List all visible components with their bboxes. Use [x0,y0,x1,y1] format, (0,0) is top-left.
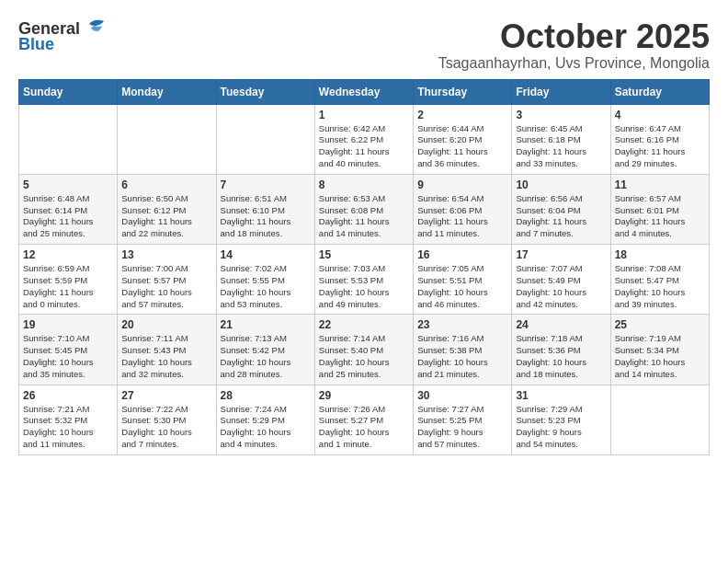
cell-daylight-info: Sunrise: 6:53 AM Sunset: 6:08 PM Dayligh… [319,193,409,240]
calendar-cell: 5Sunrise: 6:48 AM Sunset: 6:14 PM Daylig… [19,174,118,244]
cell-daylight-info: Sunrise: 6:50 AM Sunset: 6:12 PM Dayligh… [121,193,211,240]
calendar-cell: 8Sunrise: 6:53 AM Sunset: 6:08 PM Daylig… [314,174,413,244]
cell-daylight-info: Sunrise: 6:54 AM Sunset: 6:06 PM Dayligh… [417,193,507,240]
day-of-week-header: Tuesday [216,79,314,104]
cell-daylight-info: Sunrise: 7:05 AM Sunset: 5:51 PM Dayligh… [417,263,507,310]
day-number: 6 [121,178,211,191]
calendar-cell: 22Sunrise: 7:14 AM Sunset: 5:40 PM Dayli… [314,315,413,385]
cell-daylight-info: Sunrise: 7:27 AM Sunset: 5:25 PM Dayligh… [417,404,507,451]
calendar-cell [118,104,216,174]
day-of-week-header: Thursday [414,79,512,104]
calendar-cell [610,385,709,454]
day-number: 18 [615,248,705,261]
day-number: 3 [516,109,606,121]
calendar-week-row: 19Sunrise: 7:10 AM Sunset: 5:45 PM Dayli… [19,315,710,385]
calendar-week-row: 5Sunrise: 6:48 AM Sunset: 6:14 PM Daylig… [19,174,710,244]
calendar-cell: 11Sunrise: 6:57 AM Sunset: 6:01 PM Dayli… [610,174,709,244]
location-subtitle: Tsagaanhayrhan, Uvs Province, Mongolia [438,55,710,72]
day-number: 29 [319,389,409,402]
calendar-cell: 1Sunrise: 6:42 AM Sunset: 6:22 PM Daylig… [314,104,413,174]
day-number: 11 [615,178,705,191]
day-number: 15 [319,248,409,261]
calendar-cell: 4Sunrise: 6:47 AM Sunset: 6:16 PM Daylig… [610,104,709,174]
day-number: 22 [319,318,409,331]
page-header: General Blue October 2025 Tsagaanhayrhan… [18,18,710,72]
logo-blue-text: Blue [18,35,108,54]
day-number: 4 [615,109,705,121]
calendar-cell: 17Sunrise: 7:07 AM Sunset: 5:49 PM Dayli… [512,245,610,315]
calendar-cell: 2Sunrise: 6:44 AM Sunset: 6:20 PM Daylig… [414,104,512,174]
cell-daylight-info: Sunrise: 7:13 AM Sunset: 5:42 PM Dayligh… [221,333,311,380]
cell-daylight-info: Sunrise: 7:29 AM Sunset: 5:23 PM Dayligh… [516,404,606,451]
calendar-cell: 13Sunrise: 7:00 AM Sunset: 5:57 PM Dayli… [118,245,216,315]
logo: General Blue [18,18,108,54]
calendar-cell [19,104,118,174]
cell-daylight-info: Sunrise: 7:22 AM Sunset: 5:30 PM Dayligh… [121,404,211,451]
calendar-cell: 21Sunrise: 7:13 AM Sunset: 5:42 PM Dayli… [216,315,314,385]
cell-daylight-info: Sunrise: 7:10 AM Sunset: 5:45 PM Dayligh… [23,333,113,380]
calendar-cell: 25Sunrise: 7:19 AM Sunset: 5:34 PM Dayli… [610,315,709,385]
cell-daylight-info: Sunrise: 6:45 AM Sunset: 6:18 PM Dayligh… [516,123,606,170]
day-of-week-header: Friday [512,79,610,104]
cell-daylight-info: Sunrise: 7:02 AM Sunset: 5:55 PM Dayligh… [221,263,311,310]
day-number: 17 [516,248,606,261]
cell-daylight-info: Sunrise: 7:21 AM Sunset: 5:32 PM Dayligh… [23,404,113,451]
calendar-cell: 15Sunrise: 7:03 AM Sunset: 5:53 PM Dayli… [314,245,413,315]
cell-daylight-info: Sunrise: 7:16 AM Sunset: 5:38 PM Dayligh… [417,333,507,380]
calendar-week-row: 12Sunrise: 6:59 AM Sunset: 5:59 PM Dayli… [19,245,710,315]
cell-daylight-info: Sunrise: 6:57 AM Sunset: 6:01 PM Dayligh… [615,193,705,240]
day-number: 16 [417,248,507,261]
cell-daylight-info: Sunrise: 7:03 AM Sunset: 5:53 PM Dayligh… [319,263,409,310]
day-number: 5 [23,178,113,191]
cell-daylight-info: Sunrise: 7:18 AM Sunset: 5:36 PM Dayligh… [516,333,606,380]
day-of-week-header: Monday [118,79,216,104]
calendar-header-row: SundayMondayTuesdayWednesdayThursdayFrid… [19,79,710,104]
cell-daylight-info: Sunrise: 6:42 AM Sunset: 6:22 PM Dayligh… [319,123,409,170]
day-number: 27 [121,389,211,402]
day-number: 31 [516,389,606,402]
calendar-cell: 27Sunrise: 7:22 AM Sunset: 5:30 PM Dayli… [118,385,216,454]
day-number: 20 [121,318,211,331]
calendar-cell: 14Sunrise: 7:02 AM Sunset: 5:55 PM Dayli… [216,245,314,315]
calendar-cell: 9Sunrise: 6:54 AM Sunset: 6:06 PM Daylig… [414,174,512,244]
calendar-cell: 20Sunrise: 7:11 AM Sunset: 5:43 PM Dayli… [118,315,216,385]
day-number: 21 [221,318,311,331]
cell-daylight-info: Sunrise: 7:08 AM Sunset: 5:47 PM Dayligh… [615,263,705,310]
calendar-cell: 24Sunrise: 7:18 AM Sunset: 5:36 PM Dayli… [512,315,610,385]
cell-daylight-info: Sunrise: 7:19 AM Sunset: 5:34 PM Dayligh… [615,333,705,380]
calendar-week-row: 26Sunrise: 7:21 AM Sunset: 5:32 PM Dayli… [19,385,710,454]
day-of-week-header: Wednesday [314,79,413,104]
cell-daylight-info: Sunrise: 7:26 AM Sunset: 5:27 PM Dayligh… [319,404,409,451]
cell-daylight-info: Sunrise: 6:48 AM Sunset: 6:14 PM Dayligh… [23,193,113,240]
day-number: 28 [221,389,311,402]
cell-daylight-info: Sunrise: 7:11 AM Sunset: 5:43 PM Dayligh… [121,333,211,380]
calendar-cell: 16Sunrise: 7:05 AM Sunset: 5:51 PM Dayli… [414,245,512,315]
calendar-cell: 6Sunrise: 6:50 AM Sunset: 6:12 PM Daylig… [118,174,216,244]
calendar-cell: 28Sunrise: 7:24 AM Sunset: 5:29 PM Dayli… [216,385,314,454]
day-number: 1 [319,109,409,121]
cell-daylight-info: Sunrise: 6:44 AM Sunset: 6:20 PM Dayligh… [417,123,507,170]
calendar-cell: 31Sunrise: 7:29 AM Sunset: 5:23 PM Dayli… [512,385,610,454]
cell-daylight-info: Sunrise: 7:24 AM Sunset: 5:29 PM Dayligh… [221,404,311,451]
day-number: 19 [23,318,113,331]
day-number: 30 [417,389,507,402]
day-number: 14 [221,248,311,261]
calendar-cell: 7Sunrise: 6:51 AM Sunset: 6:10 PM Daylig… [216,174,314,244]
calendar-cell: 3Sunrise: 6:45 AM Sunset: 6:18 PM Daylig… [512,104,610,174]
day-number: 10 [516,178,606,191]
cell-daylight-info: Sunrise: 7:14 AM Sunset: 5:40 PM Dayligh… [319,333,409,380]
calendar-week-row: 1Sunrise: 6:42 AM Sunset: 6:22 PM Daylig… [19,104,710,174]
calendar-cell: 10Sunrise: 6:56 AM Sunset: 6:04 PM Dayli… [512,174,610,244]
day-number: 24 [516,318,606,331]
cell-daylight-info: Sunrise: 7:00 AM Sunset: 5:57 PM Dayligh… [121,263,211,310]
calendar-cell [216,104,314,174]
day-number: 8 [319,178,409,191]
calendar-cell: 23Sunrise: 7:16 AM Sunset: 5:38 PM Dayli… [414,315,512,385]
calendar-cell: 19Sunrise: 7:10 AM Sunset: 5:45 PM Dayli… [19,315,118,385]
day-number: 9 [417,178,507,191]
cell-daylight-info: Sunrise: 6:56 AM Sunset: 6:04 PM Dayligh… [516,193,606,240]
day-number: 7 [221,178,311,191]
day-of-week-header: Sunday [19,79,118,104]
day-number: 25 [615,318,705,331]
calendar-cell: 29Sunrise: 7:26 AM Sunset: 5:27 PM Dayli… [314,385,413,454]
